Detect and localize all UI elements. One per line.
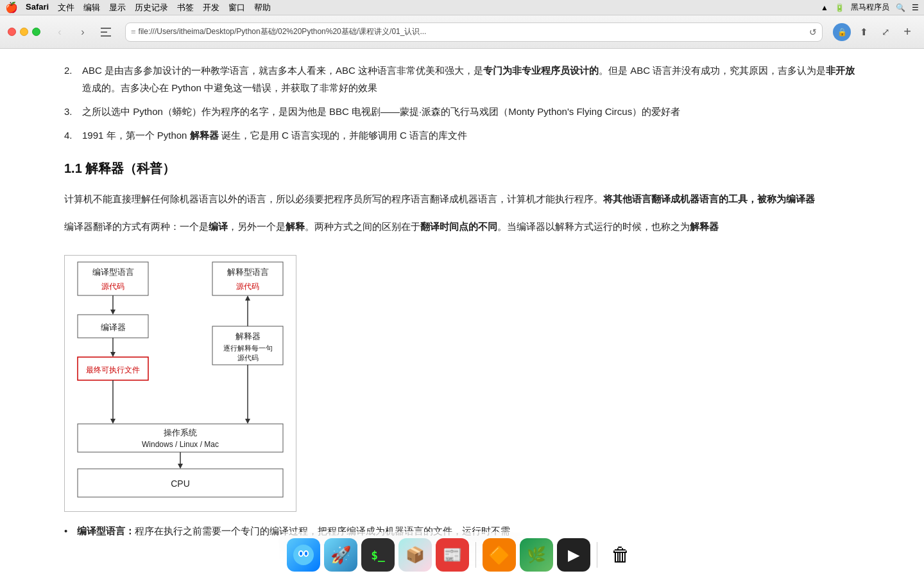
dock-icon-launchpad[interactable]: 🚀	[324, 538, 357, 572]
svg-point-34	[293, 545, 314, 565]
search-icon[interactable]: 🔍	[896, 3, 905, 12]
list-item-2: 2. ABC 是由吉多参加设计的一种教学语言，就吉多本人看来，ABC 这种语言非…	[64, 62, 860, 96]
menu-view[interactable]: 显示	[109, 2, 126, 13]
list-num-4: 4.	[64, 127, 77, 144]
apple-menu-icon[interactable]: 🍎	[5, 1, 18, 13]
svg-text:源代码: 源代码	[101, 282, 124, 291]
url-text: file:///Users/itheima/Desktop/Python基础/0…	[139, 26, 809, 37]
svg-rect-2	[101, 35, 111, 37]
forward-button[interactable]: ›	[74, 23, 92, 41]
dock: 🚀 $_ 📦 📰 🔶 🌿 ▶ 🗑	[278, 532, 646, 578]
menu-items: Safari 文件 编辑 显示 历史记录 书签 开发 窗口 帮助	[26, 2, 271, 13]
dock-icon-flipboard[interactable]: 📰	[436, 538, 469, 572]
menu-help[interactable]: 帮助	[254, 2, 271, 13]
list-item-4: 4. 1991 年，第一个 Python 解释器 诞生，它是用 C 语言实现的，…	[64, 127, 860, 144]
dock-separator	[475, 542, 476, 568]
menubar: 🍎 Safari 文件 编辑 显示 历史记录 书签 开发 窗口 帮助 ▲ 🔋 黑…	[0, 0, 924, 15]
svg-text:源代码: 源代码	[236, 282, 259, 291]
dock-icon-mplayerx[interactable]: ▶	[557, 538, 590, 572]
svg-marker-31	[178, 464, 183, 469]
svg-point-38	[305, 552, 307, 556]
svg-text:CPU: CPU	[171, 478, 190, 489]
dock-icon-vlc[interactable]: 🔶	[483, 538, 516, 572]
svg-rect-1	[101, 31, 107, 33]
zoom-button[interactable]: ⤢	[877, 23, 894, 41]
back-button[interactable]: ‹	[51, 23, 69, 41]
paragraph-1: 计算机不能直接理解任何除机器语言以外的语言，所以必须要把程序员所写的程序语言翻译…	[64, 190, 860, 209]
reader-icon: ≡	[131, 27, 136, 37]
user-label: 黑马程序员	[851, 2, 889, 13]
dock-icon-caprine[interactable]: 📦	[398, 538, 432, 572]
svg-text:Windows / Linux / Mac: Windows / Linux / Mac	[142, 440, 219, 449]
menubar-right: ▲ 🔋 黑马程序员 🔍 ☰	[821, 2, 919, 13]
svg-marker-20	[245, 295, 250, 301]
dock-icon-finder[interactable]	[287, 538, 320, 572]
menu-edit[interactable]: 编辑	[83, 2, 100, 13]
interpreter-diagram: 编译型语言 源代码 编译器 最终可执行文件	[64, 255, 296, 512]
share-button[interactable]: ⬆	[855, 23, 873, 41]
traffic-lights	[8, 28, 40, 36]
dock-separator-2	[597, 542, 597, 568]
maximize-button[interactable]	[32, 28, 40, 36]
svg-text:编译型语言: 编译型语言	[92, 267, 134, 277]
sidebar-toggle-button[interactable]	[97, 23, 115, 41]
svg-text:解释型语言: 解释型语言	[227, 267, 269, 277]
battery-icon: 🔋	[835, 3, 844, 12]
svg-text:源代码: 源代码	[237, 354, 259, 362]
menu-window[interactable]: 窗口	[228, 2, 245, 13]
browser-toolbar: ‹ › ≡ file:///Users/itheima/Desktop/Pyth…	[0, 15, 924, 49]
menu-file[interactable]: 文件	[58, 2, 74, 13]
browser-window: ‹ › ≡ file:///Users/itheima/Desktop/Pyth…	[0, 15, 924, 578]
bullet-dot: •	[64, 522, 72, 539]
svg-marker-15	[110, 419, 116, 424]
menu-safari[interactable]: Safari	[26, 2, 49, 13]
menu-develop[interactable]: 开发	[203, 2, 219, 13]
newtab-button[interactable]: +	[898, 23, 916, 41]
close-button[interactable]	[8, 28, 16, 36]
list-num-2: 2.	[64, 62, 77, 96]
section-1-1-heading: 1.1 解释器（科普）	[64, 157, 860, 180]
svg-marker-26	[245, 419, 250, 424]
svg-text:解释器: 解释器	[235, 331, 261, 341]
svg-marker-7	[110, 310, 116, 315]
svg-text:最终可执行文件: 最终可执行文件	[86, 365, 140, 374]
paragraph-2: 编译器翻译的方式有两种：一个是编译，另外一个是解释。两种方式之间的区别在于翻译时…	[64, 218, 860, 236]
reload-button[interactable]: ↺	[809, 27, 817, 37]
document-area[interactable]: 2. ABC 是由吉多参加设计的一种教学语言，就吉多本人看来，ABC 这种语言非…	[0, 49, 924, 578]
dock-icon-sourcetree[interactable]: 🌿	[520, 538, 553, 572]
wifi-icon: ▲	[821, 3, 828, 12]
dock-icon-terminal[interactable]: $_	[361, 538, 395, 572]
list-text-4: 1991 年，第一个 Python 解释器 诞生，它是用 C 语言实现的，并能够…	[82, 127, 467, 144]
browser-content: 2. ABC 是由吉多参加设计的一种教学语言，就吉多本人看来，ABC 这种语言非…	[0, 49, 924, 578]
toolbar-right: 🔒 ⬆ ⤢ +	[833, 23, 916, 41]
control-icon[interactable]: ☰	[912, 3, 919, 12]
address-bar[interactable]: ≡ file:///Users/itheima/Desktop/Python基础…	[125, 22, 823, 42]
menu-history[interactable]: 历史记录	[135, 2, 168, 13]
list-text-2: ABC 是由吉多参加设计的一种教学语言，就吉多本人看来，ABC 这种语言非常优美…	[82, 62, 860, 96]
list-num-3: 3.	[64, 103, 77, 120]
content-list: 2. ABC 是由吉多参加设计的一种教学语言，就吉多本人看来，ABC 这种语言非…	[64, 62, 860, 144]
svg-rect-0	[101, 28, 111, 29]
shield-button[interactable]: 🔒	[833, 23, 851, 41]
svg-marker-11	[110, 352, 116, 357]
menu-bookmarks[interactable]: 书签	[177, 2, 194, 13]
minimize-button[interactable]	[20, 28, 28, 36]
list-item-3: 3. 之所以选中 Python（蟒蛇）作为程序的名字，是因为他是 BBC 电视剧…	[64, 103, 860, 120]
svg-text:操作系统: 操作系统	[164, 428, 197, 437]
list-text-3: 之所以选中 Python（蟒蛇）作为程序的名字，是因为他是 BBC 电视剧——蒙…	[82, 103, 680, 120]
svg-point-37	[300, 552, 302, 556]
svg-text:编译器: 编译器	[101, 322, 126, 332]
svg-text:逐行解释每一句: 逐行解释每一句	[223, 344, 273, 352]
dock-icon-trash[interactable]: 🗑	[604, 538, 637, 572]
